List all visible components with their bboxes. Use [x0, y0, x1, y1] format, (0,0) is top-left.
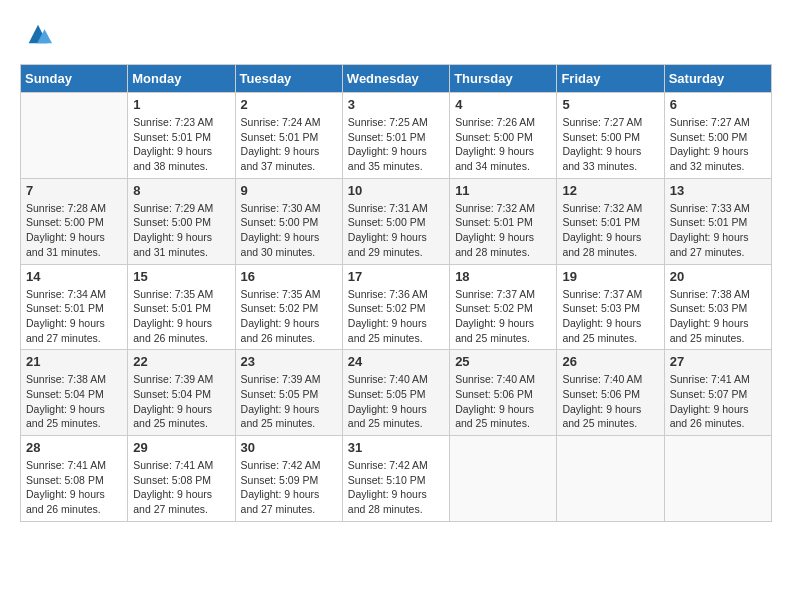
- day-detail: Sunrise: 7:37 AMSunset: 5:03 PMDaylight:…: [562, 287, 658, 346]
- logo-icon: [24, 20, 52, 48]
- day-cell: 3Sunrise: 7:25 AMSunset: 5:01 PMDaylight…: [342, 93, 449, 179]
- day-number: 23: [241, 354, 337, 369]
- day-number: 26: [562, 354, 658, 369]
- day-cell: 29Sunrise: 7:41 AMSunset: 5:08 PMDayligh…: [128, 436, 235, 522]
- weekday-row: SundayMondayTuesdayWednesdayThursdayFrid…: [21, 65, 772, 93]
- weekday-header-thursday: Thursday: [450, 65, 557, 93]
- day-number: 4: [455, 97, 551, 112]
- day-cell: [557, 436, 664, 522]
- weekday-header-tuesday: Tuesday: [235, 65, 342, 93]
- day-number: 25: [455, 354, 551, 369]
- calendar-header: SundayMondayTuesdayWednesdayThursdayFrid…: [21, 65, 772, 93]
- day-detail: Sunrise: 7:26 AMSunset: 5:00 PMDaylight:…: [455, 115, 551, 174]
- day-cell: 10Sunrise: 7:31 AMSunset: 5:00 PMDayligh…: [342, 178, 449, 264]
- day-cell: 7Sunrise: 7:28 AMSunset: 5:00 PMDaylight…: [21, 178, 128, 264]
- week-row-1: 7Sunrise: 7:28 AMSunset: 5:00 PMDaylight…: [21, 178, 772, 264]
- week-row-2: 14Sunrise: 7:34 AMSunset: 5:01 PMDayligh…: [21, 264, 772, 350]
- weekday-header-monday: Monday: [128, 65, 235, 93]
- day-detail: Sunrise: 7:34 AMSunset: 5:01 PMDaylight:…: [26, 287, 122, 346]
- weekday-header-friday: Friday: [557, 65, 664, 93]
- day-detail: Sunrise: 7:36 AMSunset: 5:02 PMDaylight:…: [348, 287, 444, 346]
- day-number: 29: [133, 440, 229, 455]
- day-cell: 28Sunrise: 7:41 AMSunset: 5:08 PMDayligh…: [21, 436, 128, 522]
- day-detail: Sunrise: 7:41 AMSunset: 5:07 PMDaylight:…: [670, 372, 766, 431]
- day-cell: 16Sunrise: 7:35 AMSunset: 5:02 PMDayligh…: [235, 264, 342, 350]
- day-number: 21: [26, 354, 122, 369]
- day-detail: Sunrise: 7:38 AMSunset: 5:03 PMDaylight:…: [670, 287, 766, 346]
- day-cell: 18Sunrise: 7:37 AMSunset: 5:02 PMDayligh…: [450, 264, 557, 350]
- day-detail: Sunrise: 7:29 AMSunset: 5:00 PMDaylight:…: [133, 201, 229, 260]
- day-number: 13: [670, 183, 766, 198]
- day-detail: Sunrise: 7:35 AMSunset: 5:02 PMDaylight:…: [241, 287, 337, 346]
- day-number: 16: [241, 269, 337, 284]
- day-detail: Sunrise: 7:25 AMSunset: 5:01 PMDaylight:…: [348, 115, 444, 174]
- day-number: 14: [26, 269, 122, 284]
- day-number: 10: [348, 183, 444, 198]
- day-cell: 31Sunrise: 7:42 AMSunset: 5:10 PMDayligh…: [342, 436, 449, 522]
- day-cell: 21Sunrise: 7:38 AMSunset: 5:04 PMDayligh…: [21, 350, 128, 436]
- day-number: 7: [26, 183, 122, 198]
- day-number: 31: [348, 440, 444, 455]
- day-number: 15: [133, 269, 229, 284]
- day-number: 19: [562, 269, 658, 284]
- logo: [20, 20, 52, 48]
- day-detail: Sunrise: 7:24 AMSunset: 5:01 PMDaylight:…: [241, 115, 337, 174]
- day-cell: 26Sunrise: 7:40 AMSunset: 5:06 PMDayligh…: [557, 350, 664, 436]
- weekday-header-wednesday: Wednesday: [342, 65, 449, 93]
- day-cell: 4Sunrise: 7:26 AMSunset: 5:00 PMDaylight…: [450, 93, 557, 179]
- day-number: 20: [670, 269, 766, 284]
- day-detail: Sunrise: 7:42 AMSunset: 5:09 PMDaylight:…: [241, 458, 337, 517]
- day-cell: 30Sunrise: 7:42 AMSunset: 5:09 PMDayligh…: [235, 436, 342, 522]
- day-detail: Sunrise: 7:42 AMSunset: 5:10 PMDaylight:…: [348, 458, 444, 517]
- day-detail: Sunrise: 7:39 AMSunset: 5:05 PMDaylight:…: [241, 372, 337, 431]
- day-cell: 1Sunrise: 7:23 AMSunset: 5:01 PMDaylight…: [128, 93, 235, 179]
- day-detail: Sunrise: 7:39 AMSunset: 5:04 PMDaylight:…: [133, 372, 229, 431]
- weekday-header-saturday: Saturday: [664, 65, 771, 93]
- day-cell: 8Sunrise: 7:29 AMSunset: 5:00 PMDaylight…: [128, 178, 235, 264]
- day-number: 24: [348, 354, 444, 369]
- day-detail: Sunrise: 7:28 AMSunset: 5:00 PMDaylight:…: [26, 201, 122, 260]
- day-detail: Sunrise: 7:32 AMSunset: 5:01 PMDaylight:…: [562, 201, 658, 260]
- day-detail: Sunrise: 7:27 AMSunset: 5:00 PMDaylight:…: [670, 115, 766, 174]
- day-number: 9: [241, 183, 337, 198]
- day-cell: 6Sunrise: 7:27 AMSunset: 5:00 PMDaylight…: [664, 93, 771, 179]
- day-cell: [450, 436, 557, 522]
- day-cell: [21, 93, 128, 179]
- day-cell: 24Sunrise: 7:40 AMSunset: 5:05 PMDayligh…: [342, 350, 449, 436]
- day-detail: Sunrise: 7:40 AMSunset: 5:06 PMDaylight:…: [562, 372, 658, 431]
- day-number: 11: [455, 183, 551, 198]
- day-cell: 2Sunrise: 7:24 AMSunset: 5:01 PMDaylight…: [235, 93, 342, 179]
- day-cell: 20Sunrise: 7:38 AMSunset: 5:03 PMDayligh…: [664, 264, 771, 350]
- day-cell: 12Sunrise: 7:32 AMSunset: 5:01 PMDayligh…: [557, 178, 664, 264]
- day-detail: Sunrise: 7:40 AMSunset: 5:05 PMDaylight:…: [348, 372, 444, 431]
- day-cell: 13Sunrise: 7:33 AMSunset: 5:01 PMDayligh…: [664, 178, 771, 264]
- day-detail: Sunrise: 7:38 AMSunset: 5:04 PMDaylight:…: [26, 372, 122, 431]
- day-cell: 17Sunrise: 7:36 AMSunset: 5:02 PMDayligh…: [342, 264, 449, 350]
- day-cell: [664, 436, 771, 522]
- day-detail: Sunrise: 7:31 AMSunset: 5:00 PMDaylight:…: [348, 201, 444, 260]
- day-cell: 25Sunrise: 7:40 AMSunset: 5:06 PMDayligh…: [450, 350, 557, 436]
- day-number: 18: [455, 269, 551, 284]
- day-cell: 15Sunrise: 7:35 AMSunset: 5:01 PMDayligh…: [128, 264, 235, 350]
- day-detail: Sunrise: 7:37 AMSunset: 5:02 PMDaylight:…: [455, 287, 551, 346]
- day-detail: Sunrise: 7:30 AMSunset: 5:00 PMDaylight:…: [241, 201, 337, 260]
- day-number: 3: [348, 97, 444, 112]
- day-detail: Sunrise: 7:41 AMSunset: 5:08 PMDaylight:…: [26, 458, 122, 517]
- day-number: 6: [670, 97, 766, 112]
- week-row-0: 1Sunrise: 7:23 AMSunset: 5:01 PMDaylight…: [21, 93, 772, 179]
- day-number: 2: [241, 97, 337, 112]
- day-detail: Sunrise: 7:35 AMSunset: 5:01 PMDaylight:…: [133, 287, 229, 346]
- day-detail: Sunrise: 7:41 AMSunset: 5:08 PMDaylight:…: [133, 458, 229, 517]
- day-detail: Sunrise: 7:40 AMSunset: 5:06 PMDaylight:…: [455, 372, 551, 431]
- day-detail: Sunrise: 7:23 AMSunset: 5:01 PMDaylight:…: [133, 115, 229, 174]
- weekday-header-sunday: Sunday: [21, 65, 128, 93]
- calendar: SundayMondayTuesdayWednesdayThursdayFrid…: [20, 64, 772, 522]
- calendar-body: 1Sunrise: 7:23 AMSunset: 5:01 PMDaylight…: [21, 93, 772, 522]
- day-cell: 19Sunrise: 7:37 AMSunset: 5:03 PMDayligh…: [557, 264, 664, 350]
- day-number: 22: [133, 354, 229, 369]
- day-number: 27: [670, 354, 766, 369]
- day-number: 28: [26, 440, 122, 455]
- day-number: 30: [241, 440, 337, 455]
- day-cell: 11Sunrise: 7:32 AMSunset: 5:01 PMDayligh…: [450, 178, 557, 264]
- week-row-4: 28Sunrise: 7:41 AMSunset: 5:08 PMDayligh…: [21, 436, 772, 522]
